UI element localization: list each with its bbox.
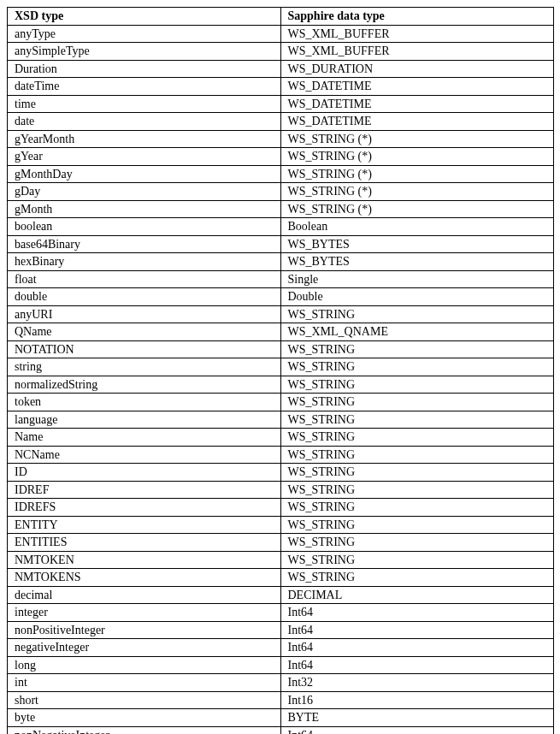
table-row: byteBYTE bbox=[8, 709, 554, 727]
cell-xsd-type: float bbox=[8, 270, 281, 288]
table-row: base64BinaryWS_BYTES bbox=[8, 235, 554, 253]
cell-sapphire-type: WS_DATETIME bbox=[280, 95, 554, 113]
cell-xsd-type: language bbox=[8, 411, 281, 429]
table-row: timeWS_DATETIME bbox=[8, 95, 554, 113]
table-row: gYearMonthWS_STRING (*) bbox=[8, 130, 554, 148]
cell-sapphire-type: DECIMAL bbox=[280, 586, 554, 604]
cell-sapphire-type: Int32 bbox=[280, 674, 554, 692]
cell-xsd-type: byte bbox=[8, 709, 281, 727]
cell-xsd-type: Duration bbox=[8, 60, 281, 78]
cell-sapphire-type: Int64 bbox=[280, 656, 554, 674]
cell-sapphire-type: WS_STRING bbox=[280, 411, 554, 429]
table-row: hexBinary WS_BYTES bbox=[8, 253, 554, 271]
table-row: NMTOKENWS_STRING bbox=[8, 551, 554, 569]
cell-xsd-type: nonPositiveInteger bbox=[8, 621, 281, 639]
cell-xsd-type: nonNegativeInteger bbox=[8, 726, 281, 734]
cell-sapphire-type: WS_STRING (*) bbox=[280, 183, 554, 201]
table-row: anyTypeWS_XML_BUFFER bbox=[8, 25, 554, 43]
cell-xsd-type: IDREFS bbox=[8, 499, 281, 517]
cell-sapphire-type: WS_STRING bbox=[280, 340, 554, 358]
cell-xsd-type: int bbox=[8, 674, 281, 692]
table-row: ENTITIESWS_STRING bbox=[8, 534, 554, 552]
cell-sapphire-type: Boolean bbox=[280, 218, 554, 236]
cell-xsd-type: date bbox=[8, 113, 281, 131]
table-row: DurationWS_DURATION bbox=[8, 60, 554, 78]
table-row: shortInt16 bbox=[8, 691, 554, 709]
cell-xsd-type: integer bbox=[8, 604, 281, 622]
table-row: stringWS_STRING bbox=[8, 358, 554, 376]
cell-sapphire-type: Int64 bbox=[280, 639, 554, 657]
cell-xsd-type: normalizedString bbox=[8, 376, 281, 394]
cell-xsd-type: gMonthDay bbox=[8, 165, 281, 183]
type-mapping-table: XSD type Sapphire data type anyTypeWS_XM… bbox=[7, 7, 554, 734]
cell-sapphire-type: Int64 bbox=[280, 604, 554, 622]
cell-xsd-type: gYearMonth bbox=[8, 130, 281, 148]
cell-xsd-type: string bbox=[8, 358, 281, 376]
cell-sapphire-type: WS_STRING bbox=[280, 305, 554, 323]
cell-sapphire-type: Int64 bbox=[280, 726, 554, 734]
cell-sapphire-type: Single bbox=[280, 270, 554, 288]
table-row: floatSingle bbox=[8, 270, 554, 288]
cell-sapphire-type: Int16 bbox=[280, 691, 554, 709]
cell-xsd-type: NMTOKENS bbox=[8, 569, 281, 587]
cell-xsd-type: ENTITIES bbox=[8, 534, 281, 552]
table-row: intInt32 bbox=[8, 674, 554, 692]
cell-xsd-type: negativeInteger bbox=[8, 639, 281, 657]
table-row: gDayWS_STRING (*) bbox=[8, 183, 554, 201]
table-row: dateWS_DATETIME bbox=[8, 113, 554, 131]
table-body: anyTypeWS_XML_BUFFERanySimpleTypeWS_XML_… bbox=[8, 25, 554, 734]
cell-sapphire-type: WS_STRING (*) bbox=[280, 148, 554, 166]
table-row: nonNegativeIntegerInt64 bbox=[8, 726, 554, 734]
table-row: anySimpleTypeWS_XML_BUFFER bbox=[8, 43, 554, 61]
cell-sapphire-type: WS_XML_QNAME bbox=[280, 323, 554, 341]
cell-sapphire-type: WS_STRING bbox=[280, 429, 554, 447]
cell-sapphire-type: WS_STRING bbox=[280, 446, 554, 464]
table-row: tokenWS_STRING bbox=[8, 394, 554, 411]
table-row: QNameWS_XML_QNAME bbox=[8, 323, 554, 341]
cell-xsd-type: base64Binary bbox=[8, 235, 281, 253]
cell-sapphire-type: WS_BYTES bbox=[280, 235, 554, 253]
cell-xsd-type: hexBinary bbox=[8, 253, 281, 271]
cell-sapphire-type: WS_STRING bbox=[280, 376, 554, 394]
table-row: booleanBoolean bbox=[8, 218, 554, 236]
cell-xsd-type: NOTATION bbox=[8, 340, 281, 358]
cell-sapphire-type: WS_STRING bbox=[280, 499, 554, 517]
table-row: IDWS_STRING bbox=[8, 464, 554, 482]
cell-sapphire-type: WS_STRING bbox=[280, 394, 554, 411]
cell-xsd-type: anyType bbox=[8, 25, 281, 43]
cell-sapphire-type: WS_DURATION bbox=[280, 60, 554, 78]
table-row: gMonthDayWS_STRING (*) bbox=[8, 165, 554, 183]
table-row: anyURIWS_STRING bbox=[8, 305, 554, 323]
cell-sapphire-type: WS_XML_BUFFER bbox=[280, 25, 554, 43]
cell-xsd-type: dateTime bbox=[8, 78, 281, 96]
cell-xsd-type: gYear bbox=[8, 148, 281, 166]
table-row: negativeIntegerInt64 bbox=[8, 639, 554, 657]
cell-xsd-type: ENTITY bbox=[8, 516, 281, 534]
table-row: NOTATIONWS_STRING bbox=[8, 340, 554, 358]
table-row: IDREFSWS_STRING bbox=[8, 499, 554, 517]
table-row: nonPositiveIntegerInt64 bbox=[8, 621, 554, 639]
cell-sapphire-type: WS_STRING (*) bbox=[280, 165, 554, 183]
table-row: normalizedStringWS_STRING bbox=[8, 376, 554, 394]
cell-xsd-type: NMTOKEN bbox=[8, 551, 281, 569]
cell-xsd-type: anyURI bbox=[8, 305, 281, 323]
cell-xsd-type: gDay bbox=[8, 183, 281, 201]
cell-sapphire-type: WS_STRING bbox=[280, 481, 554, 499]
cell-sapphire-type: WS_STRING bbox=[280, 464, 554, 482]
cell-sapphire-type: WS_STRING bbox=[280, 534, 554, 552]
cell-sapphire-type: Double bbox=[280, 288, 554, 306]
cell-xsd-type: decimal bbox=[8, 586, 281, 604]
table-row: languageWS_STRING bbox=[8, 411, 554, 429]
cell-xsd-type: NCName bbox=[8, 446, 281, 464]
header-xsd-type: XSD type bbox=[8, 8, 281, 26]
table-header-row: XSD type Sapphire data type bbox=[8, 8, 554, 26]
table-row: gMonthWS_STRING (*) bbox=[8, 200, 554, 218]
cell-xsd-type: time bbox=[8, 95, 281, 113]
cell-xsd-type: Name bbox=[8, 429, 281, 447]
table-row: doubleDouble bbox=[8, 288, 554, 306]
table-row: gYearWS_STRING (*) bbox=[8, 148, 554, 166]
cell-xsd-type: IDREF bbox=[8, 481, 281, 499]
cell-sapphire-type: WS_STRING bbox=[280, 358, 554, 376]
cell-xsd-type: boolean bbox=[8, 218, 281, 236]
cell-sapphire-type: WS_STRING bbox=[280, 551, 554, 569]
